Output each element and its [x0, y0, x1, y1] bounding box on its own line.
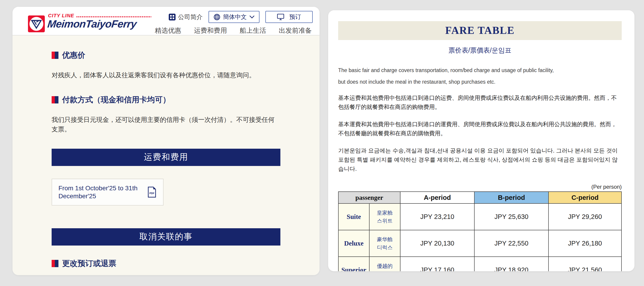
payment-body: 我们只接受日元現金，还可以使用主要的信用卡（须一次付清）。不可接受任何支票。: [52, 115, 280, 134]
fare-table-subtitle: 票价表/票價表/운임표: [338, 46, 622, 55]
header-a-period: A-period: [400, 192, 474, 204]
header-c-period: C-period: [548, 192, 622, 204]
fare-table-body: Suite皇家舱 스위트JPY 23,210JPY 25,630JPY 29,2…: [338, 204, 622, 271]
language-selector[interactable]: 簡体中文: [208, 11, 260, 23]
heading-marker-icon: [52, 96, 58, 104]
left-page-panel: CITY LINE MeimonTaiyoFerry: [12, 7, 320, 275]
intro-zh-tw: 基本運費和其他費用中包括港口到港口的運費用、房間使用费或床位費以及在船內利用公共…: [338, 120, 622, 138]
cancel-banner: 取消关联的事: [52, 228, 280, 246]
fare-table-row: Deluxe豪华舱 디럭스JPY 20,130JPY 22,550JPY 26,…: [338, 230, 622, 257]
intro-ko: 기본운임과 요금에는 수송,객실과 침대,선내 공용시설 이용 요금이 포함되어…: [338, 146, 622, 173]
change-section-heading: 更改预订或退票: [52, 258, 280, 269]
fare-table: passenger A-period B-period C-period Sui…: [338, 192, 622, 271]
booking-button[interactable]: 预订: [266, 11, 313, 23]
cell-b-period-fare: JPY 22,550: [474, 230, 548, 257]
left-page-content: 优惠价 对残疾人，团体客人以及往返乘客我们设有各种优惠价位，请随意询问。 付款方…: [12, 36, 320, 275]
pdf-file-icon: PDF: [147, 186, 157, 198]
intro-en-line: but does not include the meal in the res…: [338, 79, 622, 85]
heading-marker-icon: [52, 260, 58, 267]
cell-a-period-fare: JPY 23,210: [400, 204, 474, 230]
globe-icon: [214, 14, 220, 20]
nav-item-onboard[interactable]: 船上生活: [240, 26, 266, 35]
discount-section-heading: 优惠价: [52, 50, 280, 60]
monitor-icon: [277, 14, 284, 20]
utility-nav: 公司简介 簡体中文: [168, 11, 313, 23]
cell-c-period-fare: JPY 29,260: [548, 204, 622, 230]
language-label: 簡体中文: [223, 13, 247, 21]
grid-icon: [168, 14, 176, 21]
cell-class-name-cjk: 皇家舱 스위트: [369, 204, 400, 230]
intro-zh-cn: 基本运费和其他费用中包括港口到港口的运费、房间使用费或床位费以及在船内利用公共设…: [338, 93, 622, 112]
logo[interactable]: CITY LINE MeimonTaiyoFerry: [28, 13, 152, 32]
fare-table-row: Suite皇家舱 스위트JPY 23,210JPY 25,630JPY 29,2…: [338, 204, 622, 230]
discount-title: 优惠价: [62, 50, 85, 60]
fare-table-panel: FARE TABLE 票价表/票價表/운임표 The basic fair an…: [328, 10, 634, 271]
payment-title: 付款方式（现金和信用卡均可）: [62, 94, 170, 105]
nav-item-predeparture[interactable]: 出发前准备: [279, 26, 312, 35]
fares-banner: 运费和费用: [52, 149, 280, 166]
cell-a-period-fare: JPY 20,130: [400, 230, 474, 257]
fare-table-row: Superior優越的 슈페리어JPY 17,160JPY 18,920JPY …: [338, 257, 622, 271]
discount-body: 对残疾人，团体客人以及往返乘客我们设有各种优惠价位，请随意询问。: [52, 70, 280, 80]
cell-class-name-cjk: 優越的 슈페리어: [369, 257, 400, 271]
heading-marker-icon: [52, 52, 58, 59]
booking-label: 预订: [289, 13, 301, 21]
header-passenger: passenger: [338, 192, 400, 204]
header-b-period: B-period: [474, 192, 548, 204]
cell-class-name: Deluxe: [338, 230, 369, 257]
cell-class-name: Suite: [338, 204, 369, 230]
cell-class-name: Superior: [338, 257, 369, 271]
nav-company-label: 公司简介: [178, 13, 202, 21]
change-title: 更改预订或退票: [62, 258, 116, 269]
nav-company-link[interactable]: 公司简介: [168, 13, 202, 21]
ferry-logo-icon: [28, 16, 45, 32]
fare-table-title: FARE TABLE: [445, 24, 514, 36]
cell-c-period-fare: JPY 26,180: [548, 230, 622, 257]
svg-text:PDF: PDF: [150, 192, 154, 194]
cell-b-period-fare: JPY 25,630: [474, 204, 548, 230]
fare-pdf-link[interactable]: From 1st October'25 to 31th December'25 …: [52, 179, 164, 206]
main-nav: 精选优惠 运费和费用 船上生活 出发前准备: [155, 26, 313, 35]
intro-en-line: The basic fair and charge covers transpo…: [338, 67, 622, 74]
fare-table-header-row: passenger A-period B-period C-period: [338, 192, 622, 204]
per-person-note: (Per person): [338, 184, 622, 190]
fare-pdf-label: From 1st October'25 to 31th December'25: [58, 184, 138, 200]
cell-b-period-fare: JPY 18,920: [474, 257, 548, 271]
payment-section-heading: 付款方式（现金和信用卡均可）: [52, 94, 280, 105]
site-header: CITY LINE MeimonTaiyoFerry: [12, 7, 320, 36]
nav-item-deals[interactable]: 精选优惠: [155, 26, 181, 35]
cell-a-period-fare: JPY 17,160: [400, 257, 474, 271]
cell-c-period-fare: JPY 21,560: [548, 257, 622, 271]
fare-table-heading-band: FARE TABLE: [338, 21, 622, 40]
cell-class-name-cjk: 豪华舱 디럭스: [369, 230, 400, 257]
nav-item-fares[interactable]: 运费和费用: [194, 26, 227, 35]
logo-brand-text: MeimonTaiyoFerry: [47, 18, 137, 30]
chevron-down-icon: [250, 16, 254, 19]
